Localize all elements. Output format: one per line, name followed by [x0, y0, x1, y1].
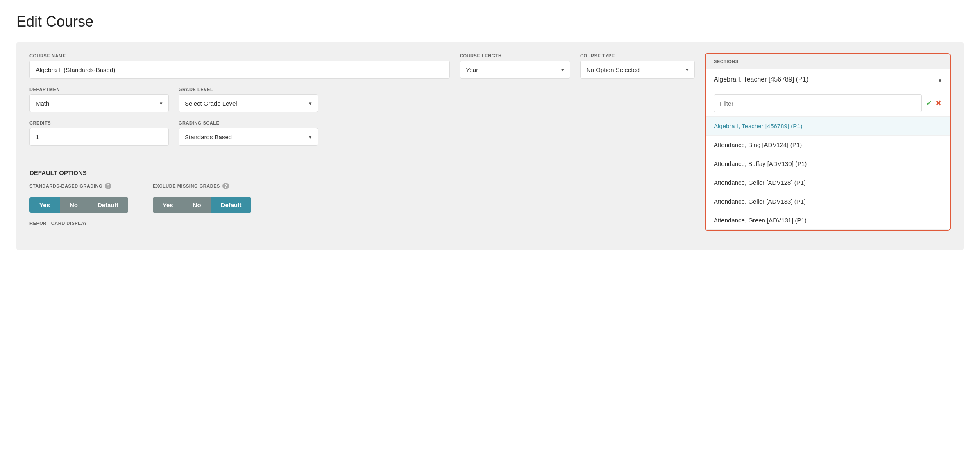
credits-group: CREDITS [29, 120, 169, 146]
department-group: DEPARTMENT Math ▾ [29, 87, 169, 112]
report-card-label: REPORT CARD DISPLAY [29, 221, 695, 226]
grading-scale-label: GRADING SCALE [179, 120, 318, 125]
section-item-2[interactable]: Attendance, Buffay [ADV130] (P1) [706, 154, 950, 173]
page-title: Edit Course [16, 13, 964, 30]
credits-label: CREDITS [29, 120, 169, 125]
sections-selected-value: Algebra I, Teacher [456789] (P1) [714, 76, 808, 83]
course-length-label: COURSE LENGTH [460, 53, 570, 58]
filter-clear-icon[interactable]: ✖ [935, 99, 941, 108]
chevron-up-icon[interactable]: ▴ [939, 76, 941, 83]
sbg-help-icon[interactable]: ? [105, 183, 111, 189]
grading-scale-select[interactable]: Standards Based [179, 128, 318, 145]
grading-scale-group: GRADING SCALE Standards Based ▾ [179, 120, 318, 146]
course-type-select[interactable]: No Option Selected [581, 61, 694, 78]
grade-level-select[interactable]: Select Grade Level [179, 95, 318, 112]
course-name-group: COURSE NAME [29, 53, 450, 79]
filter-row: ✔ ✖ [706, 90, 950, 117]
course-length-select[interactable]: Year [460, 61, 570, 78]
course-type-group: COURSE TYPE No Option Selected ▾ [580, 53, 695, 79]
row-dept-grade: DEPARTMENT Math ▾ GRADE LEVEL Select [29, 87, 695, 112]
sbg-no-button[interactable]: No [60, 197, 88, 213]
department-select-wrapper[interactable]: Math ▾ [29, 94, 169, 112]
sbg-toggle-group: Yes No Default [29, 197, 128, 213]
grade-level-group: GRADE LEVEL Select Grade Level ▾ [179, 87, 318, 112]
sbg-yes-button[interactable]: Yes [29, 197, 60, 213]
emg-default-button[interactable]: Default [211, 197, 252, 213]
course-length-select-wrapper[interactable]: Year ▾ [460, 61, 570, 79]
sbg-default-button[interactable]: Default [88, 197, 128, 213]
form-card: COURSE NAME COURSE LENGTH Year ▾ [16, 42, 964, 250]
sbg-label: STANDARDS-BASED GRADING ? [29, 183, 128, 189]
sections-panel: SECTIONS Algebra I, Teacher [456789] (P1… [705, 53, 951, 231]
emg-label: EXCLUDE MISSING GRADES ? [153, 183, 252, 189]
course-type-select-wrapper[interactable]: No Option Selected ▾ [580, 61, 695, 79]
filter-actions: ✔ ✖ [926, 99, 941, 108]
grade-level-select-wrapper[interactable]: Select Grade Level ▾ [179, 94, 318, 112]
grade-level-label: GRADE LEVEL [179, 87, 318, 92]
row-course-name: COURSE NAME COURSE LENGTH Year ▾ [29, 53, 951, 231]
default-options-section: DEFAULT OPTIONS STANDARDS-BASED GRADING … [29, 163, 695, 226]
row-top: COURSE NAME COURSE LENGTH Year ▾ [29, 53, 695, 79]
default-row: STANDARDS-BASED GRADING ? Yes No Default [29, 183, 695, 213]
divider [29, 154, 695, 154]
section-item-0[interactable]: Algebra I, Teacher [456789] (P1) [706, 117, 950, 136]
filter-input[interactable] [714, 94, 922, 112]
credits-input[interactable] [29, 128, 169, 146]
emg-group: EXCLUDE MISSING GRADES ? Yes No Default [153, 183, 252, 213]
grading-scale-select-wrapper[interactable]: Standards Based ▾ [179, 128, 318, 146]
sections-header: SECTIONS [706, 54, 950, 69]
row-credits-grading: CREDITS GRADING SCALE Standards Based ▾ [29, 120, 695, 146]
filter-confirm-icon[interactable]: ✔ [926, 99, 932, 108]
department-select[interactable]: Math [30, 95, 168, 112]
course-length-group: COURSE LENGTH Year ▾ [460, 53, 570, 79]
emg-toggle-group: Yes No Default [153, 197, 252, 213]
emg-no-button[interactable]: No [183, 197, 211, 213]
default-options-title: DEFAULT OPTIONS [29, 169, 695, 176]
sections-dropdown-list: Algebra I, Teacher [456789] (P1) Attenda… [706, 117, 950, 230]
section-item-5[interactable]: Attendance, Green [ADV131] (P1) [706, 211, 950, 230]
course-name-input[interactable] [29, 61, 450, 79]
course-type-label: COURSE TYPE [580, 53, 695, 58]
sbg-group: STANDARDS-BASED GRADING ? Yes No Default [29, 183, 128, 213]
left-panel: COURSE NAME COURSE LENGTH Year ▾ [29, 53, 695, 226]
section-item-4[interactable]: Attendance, Geller [ADV133] (P1) [706, 192, 950, 211]
department-label: DEPARTMENT [29, 87, 169, 92]
section-item-1[interactable]: Attendance, Bing [ADV124] (P1) [706, 136, 950, 154]
sections-selected-row[interactable]: Algebra I, Teacher [456789] (P1) ▴ [706, 69, 950, 90]
emg-yes-button[interactable]: Yes [153, 197, 183, 213]
section-item-3[interactable]: Attendance, Geller [ADV128] (P1) [706, 173, 950, 192]
course-name-label: COURSE NAME [29, 53, 450, 58]
emg-help-icon[interactable]: ? [222, 183, 229, 189]
